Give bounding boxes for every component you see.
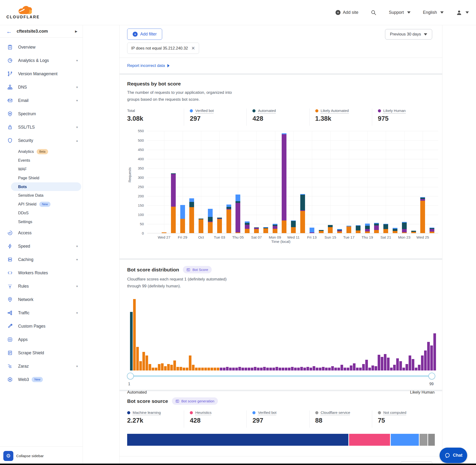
- sidebar-item-email[interactable]: Email▾: [0, 94, 83, 107]
- sidebar-item-bots[interactable]: Bots: [11, 182, 81, 191]
- chevron-down-icon[interactable]: ▾: [76, 258, 78, 261]
- bar-wed-18-likely-automated: [356, 231, 360, 233]
- x-tick-label: Thu 05: [232, 235, 243, 240]
- chevron-down-icon[interactable]: ▾: [76, 125, 78, 129]
- back-arrow-icon[interactable]: ←: [6, 28, 12, 35]
- chevron-up-icon[interactable]: ▴: [76, 138, 78, 142]
- filter-chip[interactable]: IP does not equal 35.212.240.32 ✕: [127, 43, 199, 54]
- sidebar-item-apps[interactable]: Apps: [0, 333, 83, 346]
- hist-bar-score-3: [136, 347, 139, 370]
- language-menu[interactable]: English: [423, 10, 444, 15]
- hist-bar-score-37: [242, 368, 244, 370]
- bot-score-generation-badge[interactable]: Bot score generation: [172, 397, 218, 405]
- sidebar-item-traffic[interactable]: Traffic▾: [0, 306, 83, 319]
- hist-bar-score-50: [282, 368, 284, 370]
- settings-gear-button[interactable]: ⚙: [3, 451, 13, 461]
- sidebar-item-access[interactable]: Access: [0, 226, 83, 240]
- rules-icon: [7, 283, 13, 289]
- sidebar-item-scrape-shield[interactable]: Scrape Shield: [0, 346, 83, 359]
- caching-icon: [7, 257, 13, 262]
- bar-fri-13-verified-bot: [309, 228, 314, 232]
- date-range-dropdown[interactable]: Previous 30 days: [385, 29, 432, 40]
- sidebar-item-speed[interactable]: Speed▾: [0, 240, 83, 253]
- sidebar-item-security[interactable]: Security▴: [0, 134, 83, 147]
- chevron-down-icon[interactable]: ▾: [76, 364, 78, 368]
- sidebar-item-api-shield[interactable]: API ShieldNew: [0, 200, 83, 209]
- sidebar-item-ssl-tls[interactable]: SSL/TLS▾: [0, 120, 83, 134]
- chevron-down-icon[interactable]: ▾: [76, 85, 78, 89]
- sidebar-item-network[interactable]: Network: [0, 293, 83, 306]
- hist-bar-score-69: [340, 365, 343, 370]
- chevron-down-icon[interactable]: ▾: [76, 59, 78, 62]
- scrape-shield-icon: [7, 350, 13, 356]
- sidebar-item-sensitive-data[interactable]: Sensitive Data: [0, 191, 83, 200]
- triangle-right-icon: [167, 64, 169, 67]
- bar-sat-21-automated: [383, 224, 388, 229]
- sidebar-item-events[interactable]: Events: [0, 156, 83, 165]
- collapse-sidebar-button[interactable]: Collapse sidebar: [16, 454, 43, 458]
- sidebar-item-rules[interactable]: Rules▾: [0, 280, 83, 293]
- account-menu[interactable]: [456, 10, 469, 16]
- card-description: The number of requests to your applicati…: [127, 89, 434, 103]
- cloudflare-cloud-icon: [14, 6, 32, 14]
- chevron-down-icon[interactable]: ▾: [76, 99, 78, 102]
- sidebar-item-web3[interactable]: Web3New: [0, 373, 83, 386]
- bar-mon-02-likely-human: [208, 222, 213, 222]
- hist-bar-score-38: [244, 368, 247, 370]
- hist-bar-score-11: [161, 363, 164, 370]
- hist-bar-score-70: [344, 368, 346, 370]
- hist-bar-score-15: [173, 360, 176, 370]
- bar-fri-20-verified-bot: [374, 223, 379, 223]
- add-site-button[interactable]: + Add site: [336, 10, 358, 15]
- sidebar-item-waf[interactable]: WAF: [0, 165, 83, 174]
- sidebar-item-caching[interactable]: Caching▾: [0, 253, 83, 266]
- source-segment-heuristics: [348, 434, 390, 446]
- slider-handle-max[interactable]: [428, 373, 435, 380]
- sidebar-item-analytics-logs[interactable]: Analytics & Logs▾: [0, 54, 83, 67]
- sidebar-item-custom-pages[interactable]: Custom Pages: [0, 319, 83, 333]
- site-header[interactable]: ← cftestsite3.com ▶: [0, 25, 83, 38]
- analytics-icon: [7, 58, 13, 63]
- sidebar-item-analytics[interactable]: AnalyticsBeta: [0, 147, 83, 156]
- sidebar-item-spectrum[interactable]: Spectrum: [0, 107, 83, 120]
- support-menu[interactable]: Support: [389, 10, 411, 15]
- partial-dropdown-button[interactable]: [401, 461, 432, 464]
- sidebar-item-overview[interactable]: Overview: [0, 41, 83, 54]
- sidebar-item-dns[interactable]: DNS▾: [0, 81, 83, 94]
- bar-thu-19-likely-automated: [365, 232, 370, 233]
- chat-button[interactable]: Chat: [440, 448, 467, 463]
- bar-fri-13-likely-human: [309, 232, 314, 233]
- report-incorrect-data-link[interactable]: Report incorrect data: [127, 63, 169, 68]
- search-button[interactable]: [371, 10, 376, 15]
- cloudflare-logo[interactable]: CLOUDFLARE: [5, 6, 41, 19]
- bar-sat-14-automated: [319, 230, 324, 231]
- hist-bar-score-77: [365, 360, 368, 370]
- x-tick-label: Fri 13: [307, 235, 317, 240]
- bar-wed-25-automated: [420, 198, 425, 199]
- top-nav: CLOUDFLARE + Add site Support English: [0, 0, 476, 25]
- remove-filter-icon[interactable]: ✕: [191, 45, 195, 51]
- bot-score-distribution-card: Bot score distribution Bot Score Cloudfl…: [119, 260, 442, 390]
- sidebar-item-zaraz[interactable]: Zaraz▾: [0, 359, 83, 373]
- sidebar-item-version-management[interactable]: Version Management: [0, 67, 83, 81]
- chevron-down-icon[interactable]: ▾: [76, 244, 78, 248]
- hist-bar-score-74: [356, 368, 359, 370]
- sidebar-item-page-shield[interactable]: Page Shield: [0, 174, 83, 182]
- hist-bar-score-81: [378, 355, 380, 370]
- bar-mon-02-likely-automated: [208, 222, 213, 233]
- slider-track[interactable]: [130, 375, 432, 377]
- bot-score-badge[interactable]: Bot Score: [183, 266, 212, 273]
- chevron-down-icon[interactable]: ▾: [76, 284, 78, 288]
- slider-handle-min[interactable]: [127, 373, 134, 380]
- bar-mon-23-likely-automated: [402, 232, 407, 233]
- chevron-right-icon[interactable]: ▶: [75, 30, 77, 33]
- chevron-down-icon[interactable]: ▾: [76, 311, 78, 315]
- sidebar-item-ddos[interactable]: DDoS: [0, 209, 83, 217]
- card-title: Bot score source: [127, 398, 168, 404]
- bar-thu-05-likely-human: [235, 203, 240, 232]
- add-filter-button[interactable]: + Add filter: [127, 29, 162, 40]
- hist-bar-score-79: [371, 365, 374, 370]
- chevron-down-icon: [407, 11, 411, 14]
- sidebar-item-settings[interactable]: Settings: [0, 217, 83, 226]
- sidebar-item-workers-routes[interactable]: Workers Routes: [0, 266, 83, 280]
